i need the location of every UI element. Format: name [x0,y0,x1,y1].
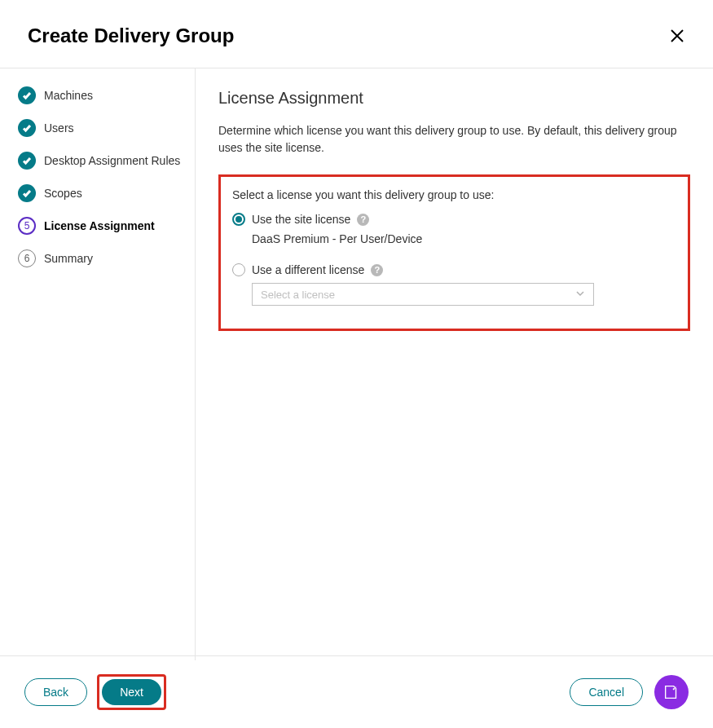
radio-use-site-license[interactable]: Use the site license ? [232,213,676,226]
cancel-button[interactable]: Cancel [570,678,643,706]
step-desktop-assignment[interactable]: Desktop Assignment Rules [18,152,187,170]
radio-use-different-license[interactable]: Use a different license ? [232,263,676,276]
radio-label[interactable]: Use a different license [252,263,364,276]
radio-icon[interactable] [232,263,245,276]
help-fab[interactable] [654,675,689,709]
next-button[interactable]: Next [102,679,161,705]
step-users[interactable]: Users [18,119,187,137]
chevron-down-icon [575,287,585,302]
main-panel: License Assignment Determine which licen… [196,68,713,660]
step-machines[interactable]: Machines [18,86,187,104]
page-description: Determine which license you want this de… [218,122,690,157]
step-scopes[interactable]: Scopes [18,184,187,202]
step-label: Scopes [44,187,82,200]
check-icon [18,86,36,104]
close-icon[interactable] [669,28,685,44]
step-number-icon: 6 [18,249,36,267]
dialog-body: Machines Users Desktop Assignment Rules … [0,68,713,660]
page-title: License Assignment [218,89,690,108]
site-license-detail: DaaS Premium - Per User/Device [252,232,676,245]
help-icon[interactable]: ? [371,264,383,276]
step-number-icon: 5 [18,217,36,235]
footer-left: Back Next [24,674,166,710]
step-label: Desktop Assignment Rules [44,154,180,167]
step-label: Users [44,121,74,135]
license-select-wrapper: Select a license [252,283,676,306]
check-icon [18,152,36,170]
step-label: Summary [44,252,93,265]
dialog-title: Create Delivery Group [28,24,234,47]
check-icon [18,119,36,137]
select-placeholder: Select a license [261,289,335,301]
wizard-sidebar: Machines Users Desktop Assignment Rules … [0,68,196,660]
next-button-highlight: Next [97,674,166,710]
footer-right: Cancel [570,675,689,709]
dialog-footer: Back Next Cancel [0,655,713,728]
license-select[interactable]: Select a license [252,283,594,306]
step-label: License Assignment [44,219,155,232]
dialog-header: Create Delivery Group [0,0,713,68]
step-summary[interactable]: 6 Summary [18,249,187,267]
section-label: Select a license you want this delivery … [232,188,676,201]
check-icon [18,184,36,202]
step-license-assignment[interactable]: 5 License Assignment [18,217,187,235]
radio-icon[interactable] [232,213,245,226]
step-label: Machines [44,89,93,102]
help-icon[interactable]: ? [357,214,369,226]
license-selection-box: Select a license you want this delivery … [218,174,690,331]
back-button[interactable]: Back [24,678,87,706]
radio-label[interactable]: Use the site license [252,213,350,226]
